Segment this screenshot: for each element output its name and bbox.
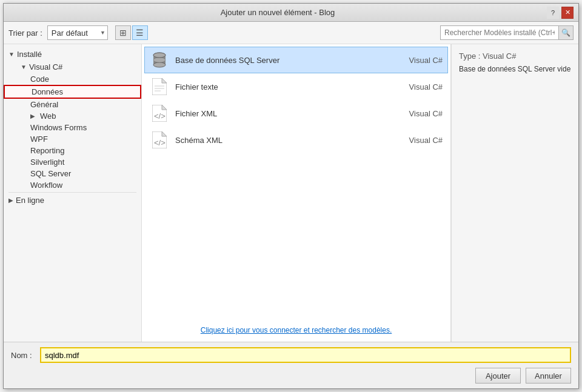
sidebar-item-sql-server-label: SQL Server bbox=[30, 169, 71, 178]
sidebar-item-web-label: Web bbox=[40, 111, 56, 121]
sidebar-item-general[interactable]: Général bbox=[4, 99, 141, 110]
name-label: Nom : bbox=[11, 351, 35, 360]
sidebar-item-wpf[interactable]: WPF bbox=[4, 133, 141, 145]
sidebar-group-online[interactable]: ▶ En ligne bbox=[4, 194, 141, 207]
text-file-icon bbox=[150, 77, 169, 96]
view-list-button[interactable]: ☰ bbox=[132, 25, 148, 40]
file-item-schema-name: Schéma XML bbox=[175, 136, 394, 145]
svg-marker-11 bbox=[162, 105, 167, 110]
sort-select[interactable]: Par défaut bbox=[47, 25, 108, 40]
sidebar-item-silverlight-label: Silverlight bbox=[30, 158, 64, 167]
toolbar: Trier par : Par défaut ⊞ ☰ 🔍 bbox=[4, 22, 578, 44]
sidebar-item-web[interactable]: ▶ Web bbox=[4, 110, 141, 122]
sidebar-item-general-label: Général bbox=[30, 100, 58, 109]
svg-point-3 bbox=[153, 58, 166, 62]
sidebar-item-wpf-label: WPF bbox=[30, 135, 48, 144]
svg-text:</>: </> bbox=[154, 138, 166, 147]
sidebar-item-donnees-label: Données bbox=[32, 87, 63, 96]
file-item-sql-db-name: Base de données SQL Server bbox=[175, 56, 394, 65]
info-type-label: Type : bbox=[459, 51, 483, 61]
main-content: ▼ Installé ▼ Visual C# Code Données Géné… bbox=[4, 44, 578, 342]
file-item-sql-db-type: Visual C# bbox=[394, 56, 443, 65]
info-panel: Type : Visual C# Base de données SQL Ser… bbox=[451, 44, 578, 342]
file-item-sql-db[interactable]: Base de données SQL Server Visual C# bbox=[144, 47, 448, 73]
expand-csharp-icon: ▼ bbox=[21, 64, 27, 70]
cancel-button[interactable]: Annuler bbox=[526, 368, 571, 384]
buttons-row: Ajouter Annuler bbox=[11, 368, 571, 384]
file-item-schema-type: Visual C# bbox=[394, 136, 443, 145]
view-buttons: ⊞ ☰ bbox=[115, 25, 148, 40]
name-input[interactable] bbox=[40, 347, 571, 363]
info-type-value: Visual C# bbox=[483, 51, 516, 61]
info-type: Type : Visual C# bbox=[459, 51, 571, 61]
sort-select-wrapper[interactable]: Par défaut bbox=[47, 25, 108, 40]
svg-text:</>: </> bbox=[154, 111, 166, 121]
sidebar-separator bbox=[8, 192, 136, 193]
sidebar-item-workflow-label: Workflow bbox=[30, 181, 62, 190]
help-button[interactable]: ? bbox=[547, 7, 559, 19]
name-row: Nom : bbox=[11, 347, 571, 363]
search-input[interactable] bbox=[441, 27, 558, 38]
file-item-xml-type: Visual C# bbox=[394, 109, 443, 118]
sidebar-item-reporting-label: Reporting bbox=[30, 146, 64, 155]
sort-label: Trier par : bbox=[8, 28, 42, 38]
file-item-text-name: Fichier texte bbox=[175, 82, 394, 91]
sidebar-item-silverlight[interactable]: Silverlight bbox=[4, 156, 141, 168]
sidebar-item-workflow[interactable]: Workflow bbox=[4, 179, 141, 191]
dialog-title: Ajouter un nouvel élément - Blog bbox=[8, 8, 547, 17]
svg-marker-6 bbox=[162, 78, 167, 83]
search-button[interactable]: 🔍 bbox=[558, 26, 573, 39]
sidebar-item-sql-server[interactable]: SQL Server bbox=[4, 168, 141, 179]
title-bar: Ajouter un nouvel élément - Blog ? ✕ bbox=[4, 4, 578, 22]
xml-file-icon: </> bbox=[150, 104, 169, 123]
sidebar-group-installed[interactable]: ▼ Installé bbox=[4, 48, 141, 61]
sidebar-item-code[interactable]: Code bbox=[4, 73, 141, 85]
file-item-text-type: Visual C# bbox=[394, 82, 443, 91]
sidebar-online-label: En ligne bbox=[16, 196, 44, 205]
bottom-bar: Nom : Ajouter Annuler bbox=[4, 342, 578, 388]
dialog: Ajouter un nouvel élément - Blog ? ✕ Tri… bbox=[3, 3, 579, 389]
title-controls: ? ✕ bbox=[547, 7, 574, 19]
file-list: Base de données SQL Server Visual C# Fic… bbox=[142, 44, 451, 342]
svg-marker-14 bbox=[162, 131, 167, 136]
close-button[interactable]: ✕ bbox=[561, 7, 574, 19]
file-item-xml-schema[interactable]: </> Schéma XML Visual C# bbox=[144, 127, 448, 153]
sidebar-group-visual-csharp[interactable]: ▼ Visual C# bbox=[4, 61, 141, 73]
expand-online-icon: ▶ bbox=[8, 197, 13, 204]
xml-schema-icon: </> bbox=[150, 130, 169, 150]
sidebar-installed-label: Installé bbox=[17, 50, 42, 59]
add-button[interactable]: Ajouter bbox=[475, 368, 521, 384]
sidebar-item-windows-forms[interactable]: Windows Forms bbox=[4, 122, 141, 133]
file-item-xml-name: Fichier XML bbox=[175, 109, 394, 118]
sidebar-item-reporting[interactable]: Reporting bbox=[4, 145, 141, 156]
sidebar-item-donnees[interactable]: Données bbox=[4, 85, 141, 99]
sidebar: ▼ Installé ▼ Visual C# Code Données Géné… bbox=[4, 44, 142, 342]
sidebar-item-windows-forms-label: Windows Forms bbox=[30, 123, 87, 132]
svg-point-4 bbox=[153, 53, 166, 58]
svg-point-2 bbox=[153, 62, 166, 67]
db-icon bbox=[150, 50, 169, 70]
expand-installed-icon: ▼ bbox=[8, 51, 15, 58]
file-item-xml[interactable]: </> Fichier XML Visual C# bbox=[144, 100, 448, 127]
sidebar-visual-csharp-label: Visual C# bbox=[29, 62, 62, 71]
file-item-text[interactable]: Fichier texte Visual C# bbox=[144, 73, 448, 100]
view-grid-button[interactable]: ⊞ bbox=[115, 25, 131, 40]
search-box: 🔍 bbox=[440, 25, 574, 40]
expand-web-icon: ▶ bbox=[30, 113, 35, 119]
connect-link[interactable]: Cliquez ici pour vous connecter et reche… bbox=[144, 321, 448, 339]
info-description: Base de données SQL Server vide bbox=[459, 64, 571, 75]
sidebar-item-code-label: Code bbox=[30, 75, 49, 84]
